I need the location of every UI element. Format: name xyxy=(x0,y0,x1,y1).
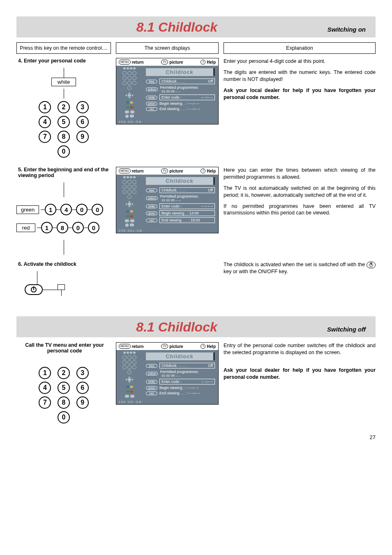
step4-label: 4. Enter your personal code xyxy=(16,58,111,64)
osd-begin-label: Begin viewing . : – –:– – xyxy=(159,386,199,390)
step4-exp-2: The digits are entered with the numeric … xyxy=(224,69,376,83)
off-step-label: Call the TV menu and enter your personal… xyxy=(16,342,111,354)
menu-pill: MENU xyxy=(119,168,131,173)
red-label: red xyxy=(16,223,35,232)
osd-foot-code: 698-08I-GB xyxy=(116,120,218,124)
key-6[interactable]: 6 xyxy=(76,116,89,128)
key-4[interactable]: 4 xyxy=(39,116,51,128)
tv-pill: TV xyxy=(161,344,168,349)
key-9[interactable]: 9 xyxy=(76,396,89,409)
osd-remote-icon xyxy=(116,175,143,228)
key-2[interactable]: 2 xyxy=(58,101,70,113)
key-0[interactable]: 0 xyxy=(58,411,70,424)
numeric-keypad: 1 2 3 4 5 6 7 8 9 0 xyxy=(16,101,111,158)
osd-begin-label: Begin viewing . : 14:00 xyxy=(161,211,199,215)
key-5[interactable]: 5 xyxy=(58,382,70,394)
key-8[interactable]: 8 xyxy=(58,396,70,409)
green-sequence: green 1 4 0 0 xyxy=(16,204,111,215)
seq-key[interactable]: 4 xyxy=(60,204,72,215)
seq-key[interactable]: 1 xyxy=(41,222,53,233)
osd-permitted-label: Permitted programmes: xyxy=(160,370,215,374)
osd-childlock-label: Childlock. . . . . xyxy=(161,364,186,368)
osd-screen-off: MENU return TV picture ? Help Childlock … xyxy=(116,342,219,405)
seq-key[interactable]: 0 xyxy=(88,222,99,233)
step5-exp-2: The TV is not automatically switched on … xyxy=(224,185,376,199)
power-icon xyxy=(31,287,37,292)
key-1[interactable]: 1 xyxy=(39,101,51,113)
osd-childlock-value: Off xyxy=(208,79,213,83)
key-3[interactable]: 3 xyxy=(76,367,89,379)
step5-label: 5. Enter the beginning and end of the vi… xyxy=(16,167,111,178)
power-button[interactable] xyxy=(25,284,43,295)
white-key-label: white xyxy=(51,78,76,86)
osd-permitted-sub: 01 02 05 -- -- xyxy=(160,198,215,202)
seq-key[interactable]: 0 xyxy=(72,222,84,233)
section-subtitle: Switching on xyxy=(327,26,366,33)
menu-pill: MENU xyxy=(119,344,131,349)
yellow-pill: yellow xyxy=(146,372,158,375)
return-label: return xyxy=(132,344,144,349)
green-pill: green xyxy=(146,102,157,106)
osd-entercode-label: Enter code : xyxy=(161,204,182,208)
white-pill: white xyxy=(146,205,157,208)
osd-end-label: End viewing . . . : – –:– – xyxy=(159,107,200,111)
osd-entercode-label: Enter code : xyxy=(161,95,182,99)
step6-explain: The childlock is activated when the set … xyxy=(224,261,376,275)
key-7[interactable]: 7 xyxy=(39,131,51,143)
key-3[interactable]: 3 xyxy=(76,101,89,113)
key-1[interactable]: 1 xyxy=(39,367,51,379)
step5-exp-3: If no permitted programmes have been ent… xyxy=(224,203,376,217)
osd-childlock-label: Childlock. . . . . xyxy=(161,79,186,83)
osd-foot-code: 698-08J-GB xyxy=(116,228,218,233)
green-pill: green xyxy=(146,212,157,215)
numeric-keypad-off: 1 2 3 4 5 6 7 8 9 0 xyxy=(16,367,111,424)
blue-pill: blue xyxy=(146,364,157,368)
help-label: Help xyxy=(207,60,216,64)
osd-permitted-sub: 01 02 05 -- -- xyxy=(160,374,215,378)
page-number: 27 xyxy=(16,434,376,440)
step6-label: 6. Activate the childlock xyxy=(16,261,111,267)
step6-exp-pre: The childlock is activated when the set … xyxy=(224,262,367,267)
yellow-pill: yellow xyxy=(146,88,158,91)
yellow-pill: yellow xyxy=(146,196,158,200)
section-subtitle-off: Switching off xyxy=(327,326,366,333)
key-4[interactable]: 4 xyxy=(39,382,51,394)
help-label: Help xyxy=(207,169,216,173)
seq-key[interactable]: 0 xyxy=(76,204,88,215)
help-pill: ? xyxy=(201,344,205,349)
osd-title: Childlock xyxy=(146,177,215,185)
menu-pill: MENU xyxy=(119,60,131,64)
osd-screen-1: MENU return TV picture ? Help Childlock … xyxy=(116,58,219,124)
osd-childlock-value: Off xyxy=(208,188,213,192)
key-7[interactable]: 7 xyxy=(39,396,51,409)
osd-permitted-label: Permitted programmes: xyxy=(160,194,215,198)
step-6-row: 6. Activate the childlock The childlock … xyxy=(16,261,376,296)
switching-off-row: Call the TV menu and enter your personal… xyxy=(16,342,376,426)
osd-childlock-label: Childlock. . . . . xyxy=(161,188,186,192)
step6-exp-post: key or with the ON/OFF key. xyxy=(224,269,288,274)
key-9[interactable]: 9 xyxy=(76,131,89,143)
return-label: return xyxy=(132,60,144,64)
seq-key[interactable]: 0 xyxy=(92,204,103,215)
picture-label: picture xyxy=(169,344,183,349)
seq-key[interactable]: 8 xyxy=(57,222,68,233)
blue-pill: blue xyxy=(146,80,157,83)
step-4-row: 4. Enter your personal code white 1 2 3 … xyxy=(16,58,376,160)
key-2[interactable]: 2 xyxy=(58,367,70,379)
column-headers: Press this key on the remote control....… xyxy=(16,42,376,54)
osd-permitted-label: Permitted programmes: xyxy=(160,85,215,90)
key-5[interactable]: 5 xyxy=(58,116,70,128)
picture-label: picture xyxy=(169,60,183,64)
title-bar-on: 8.1 Childlock Switching on xyxy=(16,16,376,37)
key-8[interactable]: 8 xyxy=(58,131,70,143)
key-6[interactable]: 6 xyxy=(76,382,89,394)
key-0[interactable]: 0 xyxy=(58,145,70,158)
col-header-remote: Press this key on the remote control.... xyxy=(16,42,111,54)
picture-label: picture xyxy=(169,169,183,173)
off-exp-1: Entry of the personal code number switch… xyxy=(224,342,376,356)
osd-permitted-sub: 01 02 05 -- -- xyxy=(160,90,215,93)
green-pill: green xyxy=(146,386,157,390)
tv-pill: TV xyxy=(161,168,168,173)
step4-exp-3: Ask your local dealer for help if you ha… xyxy=(224,87,376,101)
seq-key[interactable]: 1 xyxy=(45,204,56,215)
